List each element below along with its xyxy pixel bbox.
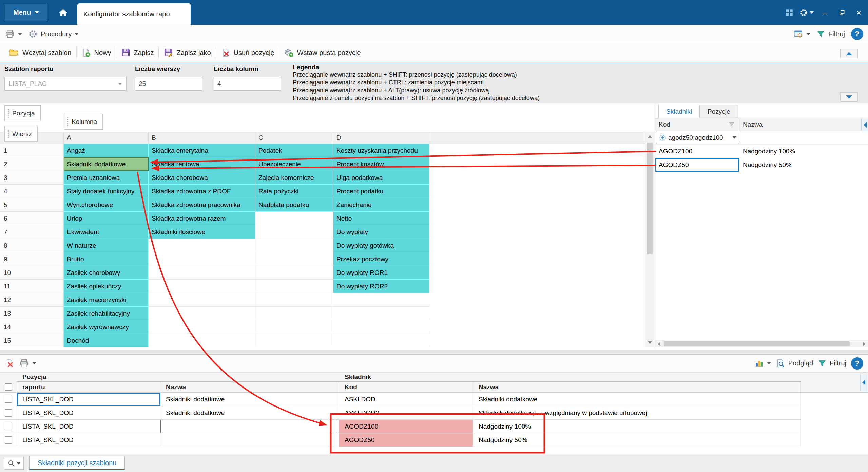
- grid-cell[interactable]: [149, 307, 255, 320]
- scroll-down-arrow[interactable]: [648, 341, 652, 344]
- row-number[interactable]: 12: [0, 293, 64, 307]
- grid-cell[interactable]: [255, 225, 333, 239]
- column-header-d[interactable]: D: [333, 132, 429, 144]
- scrollbar-thumb[interactable]: [647, 143, 653, 254]
- grid-cell[interactable]: Brutto: [64, 252, 149, 266]
- grid-cell[interactable]: [149, 280, 255, 293]
- grid-cell[interactable]: Składka emerytalna: [149, 144, 255, 157]
- podglad-button[interactable]: Podgląd: [776, 359, 813, 368]
- pozycja-chip[interactable]: Pozycja: [4, 105, 41, 121]
- table-row[interactable]: LISTA_SKL_DOD AGODZ50 Nadgodziny 50%: [0, 433, 801, 447]
- skladnik-nazwa[interactable]: Nadgodziny 100%: [739, 145, 868, 158]
- grid-cell[interactable]: [333, 334, 429, 347]
- tab-skladniki[interactable]: Składniki: [658, 105, 700, 118]
- print-button[interactable]: [5, 29, 22, 39]
- table-row[interactable]: LISTA_SKL_DOD Składniki dodatkowe ASKLDO…: [0, 406, 801, 420]
- grid-cell[interactable]: [333, 307, 429, 320]
- grid-cell[interactable]: [255, 320, 333, 334]
- skladnik-nazwa[interactable]: Nadgodziny 50%: [739, 158, 868, 172]
- grid-cell[interactable]: Nadpłata podatku: [255, 198, 333, 212]
- pozycja-raportu-cell[interactable]: LISTA_SKL_DOD: [17, 433, 160, 447]
- view-settings-button[interactable]: [793, 29, 810, 39]
- filter-button[interactable]: Filtruj: [818, 359, 846, 368]
- help-button[interactable]: ?: [851, 28, 863, 40]
- grid-cell[interactable]: [333, 293, 429, 307]
- grid-cell[interactable]: [255, 293, 333, 307]
- pozycja-raportu-cell[interactable]: LISTA_SKL_DOD: [17, 420, 160, 433]
- kolumna-chip[interactable]: Kolumna: [64, 114, 103, 130]
- close-button[interactable]: [852, 5, 866, 20]
- kod-cell-highlighted[interactable]: AGODZ50: [339, 433, 473, 447]
- row-number[interactable]: 7: [0, 225, 64, 239]
- nazwa-cell[interactable]: [160, 433, 339, 447]
- szablon-raportu-combo[interactable]: LISTA_PLAC: [4, 77, 127, 91]
- grid-cell[interactable]: [255, 212, 333, 225]
- grid-vertical-scrollbar[interactable]: [645, 132, 654, 347]
- procedury-button[interactable]: Procedury: [28, 29, 79, 39]
- grid-cell[interactable]: [149, 334, 255, 347]
- panel-horizontal-scrollbar[interactable]: [655, 340, 868, 347]
- grid-cell[interactable]: Angaż: [64, 144, 149, 157]
- grid-cell[interactable]: Procent kosztów: [333, 157, 429, 171]
- column-header-b[interactable]: B: [149, 132, 255, 144]
- settings-gear-button[interactable]: [798, 7, 815, 18]
- help-button[interactable]: ?: [851, 357, 863, 370]
- grid-cell[interactable]: Zasiłek macierzyński: [64, 293, 149, 307]
- grid-cell[interactable]: Zasiłek chorobowy: [64, 266, 149, 280]
- nazwa-column-header[interactable]: Nazwa: [739, 118, 861, 131]
- pozycja-raportu-cell[interactable]: LISTA_SKL_DOD: [17, 406, 160, 419]
- grid-cell[interactable]: Dochód: [64, 334, 149, 347]
- tab-pozycje[interactable]: Pozycje: [700, 105, 738, 118]
- zapisz-button[interactable]: Zapisz: [116, 45, 159, 60]
- tab-skladniki-pozycji-szablonu[interactable]: Składniki pozycji szablonu: [29, 456, 125, 470]
- liczba-wierszy-input[interactable]: [135, 77, 202, 91]
- row-number[interactable]: 1: [0, 144, 64, 157]
- row-number[interactable]: 3: [0, 171, 64, 185]
- row-number[interactable]: 4: [0, 185, 64, 198]
- grid-cell[interactable]: Urlop: [64, 212, 149, 225]
- table-row[interactable]: LISTA_SKL_DOD Składniki dodatkowe ASKLDO…: [0, 393, 801, 406]
- grid-cell[interactable]: W naturze: [64, 239, 149, 252]
- liczba-kolumn-input[interactable]: [214, 77, 281, 91]
- collapse-panel-button[interactable]: [861, 118, 868, 131]
- grid-cell[interactable]: Ekwiwalent: [64, 225, 149, 239]
- column-header-nazwa[interactable]: Nazwa: [160, 382, 339, 392]
- wiersz-chip[interactable]: Wiersz: [4, 126, 38, 142]
- grid-cell[interactable]: Stały dodatek funkcyjny: [64, 185, 149, 198]
- nazwa-edit-cell[interactable]: [160, 420, 339, 433]
- row-number[interactable]: 9: [0, 252, 64, 266]
- scroll-left-arrow[interactable]: [658, 342, 660, 346]
- kod-cell[interactable]: ASKLDOD: [339, 393, 473, 406]
- wstaw-pusta-pozycje-button[interactable]: Wstaw pustą pozycję: [279, 45, 366, 60]
- column-header-raportu[interactable]: raportu: [17, 382, 160, 392]
- skladnik-kod-selected[interactable]: AGODZ50: [655, 158, 739, 172]
- column-filter-funnel-icon[interactable]: [728, 121, 735, 128]
- kod-nazwa-cell[interactable]: Składniki dodatkowe: [473, 393, 801, 406]
- row-checkbox[interactable]: [5, 396, 12, 403]
- menu-button[interactable]: Menu: [5, 4, 47, 21]
- grid-cell[interactable]: Premia uznaniowa: [64, 171, 149, 185]
- horizontal-splitter[interactable]: [0, 350, 868, 355]
- filter-button[interactable]: Filtruj: [816, 30, 845, 38]
- row-checkbox[interactable]: [5, 436, 12, 444]
- column-header-nazwa2[interactable]: Nazwa: [473, 382, 801, 392]
- apps-grid-button[interactable]: [784, 7, 795, 18]
- grid-cell[interactable]: Składka zdrowotna pracownika: [149, 198, 255, 212]
- kod-filter-combo[interactable]: agodz50;agodz100: [656, 132, 739, 144]
- grid-cell[interactable]: Zajęcia komornicze: [255, 171, 333, 185]
- row-number[interactable]: 14: [0, 320, 64, 334]
- kod-nazwa-cell[interactable]: Nadgodziny 100%: [473, 420, 801, 433]
- grid-cell[interactable]: Do wypłaty gotówką: [333, 239, 429, 252]
- row-number[interactable]: 11: [0, 280, 64, 293]
- grid-cell[interactable]: Rata pożyczki: [255, 185, 333, 198]
- collapse-panel-up-button[interactable]: [840, 49, 858, 58]
- list-item[interactable]: AGODZ50 Nadgodziny 50%: [655, 158, 868, 172]
- grid-cell[interactable]: [255, 239, 333, 252]
- grid-cell[interactable]: Ulga podatkowa: [333, 171, 429, 185]
- column-header-kod[interactable]: Kod: [339, 382, 473, 392]
- grid-cell[interactable]: Składniki ilościowe: [149, 225, 255, 239]
- grid-cell[interactable]: Netto: [333, 212, 429, 225]
- grid-cell[interactable]: [255, 334, 333, 347]
- grid-cell[interactable]: Przekaz pocztowy: [333, 252, 429, 266]
- search-button[interactable]: [4, 457, 24, 470]
